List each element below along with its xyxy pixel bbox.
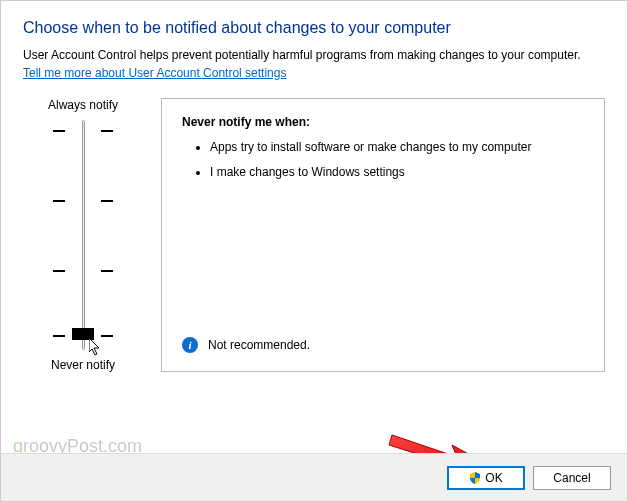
dialog-footer: OK Cancel bbox=[1, 453, 627, 501]
slider-tick bbox=[53, 200, 113, 202]
slider-thumb[interactable] bbox=[72, 328, 94, 340]
panel-bullet: I make changes to Windows settings bbox=[210, 164, 584, 181]
info-panel: Never notify me when: Apps try to instal… bbox=[161, 98, 605, 372]
page-description: User Account Control helps prevent poten… bbox=[23, 47, 605, 64]
help-link[interactable]: Tell me more about User Account Control … bbox=[23, 66, 286, 80]
slider-tick bbox=[53, 270, 113, 272]
cursor-icon bbox=[89, 338, 103, 360]
cancel-button[interactable]: Cancel bbox=[533, 466, 611, 490]
cancel-button-label: Cancel bbox=[553, 471, 590, 485]
ok-button-label: OK bbox=[485, 471, 502, 485]
slider-label-bottom: Never notify bbox=[51, 358, 115, 372]
notification-slider: Always notify Never notify bbox=[23, 98, 143, 372]
shield-icon bbox=[469, 472, 481, 484]
recommendation-text: Not recommended. bbox=[208, 338, 310, 352]
slider-tick bbox=[53, 130, 113, 132]
ok-button[interactable]: OK bbox=[447, 466, 525, 490]
slider-track[interactable] bbox=[82, 120, 85, 350]
page-title: Choose when to be notified about changes… bbox=[23, 19, 605, 37]
info-icon: i bbox=[182, 337, 198, 353]
slider-label-top: Always notify bbox=[48, 98, 118, 112]
panel-title: Never notify me when: bbox=[182, 115, 584, 129]
panel-bullet: Apps try to install software or make cha… bbox=[210, 139, 584, 156]
